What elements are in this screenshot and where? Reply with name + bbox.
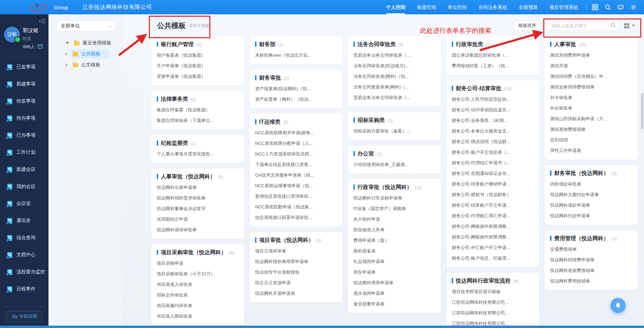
template-item[interactable]: 财务公司-各单位大额资金支... [452,126,534,136]
sidebar-item-new-item[interactable]: 新建事项 [0,76,48,93]
template-item[interactable]: 交通费报销单 [550,244,632,255]
apps-grid-icon[interactable] [592,4,598,10]
template-item[interactable]: 法务合同审批表(悦达南方)... [353,60,435,71]
template-item[interactable]: 供应商履约评价表 [157,300,239,311]
tree-caret-icon[interactable] [66,52,68,56]
template-item[interactable]: 财务公司-代理结汇申请书（... [452,158,534,168]
template-item[interactable]: 集团合同备案（悦达集团） [157,105,239,115]
tree-caret-icon[interactable] [66,42,69,44]
template-item[interactable]: 财务公司-账户开立信息表（... [452,147,534,158]
template-item[interactable]: 悦达网科招待费申请单 [550,255,632,265]
tree-item-official-doc-templates[interactable]: 公文模板 [48,59,122,70]
sidebar-item-done-items[interactable]: 已办事项 [0,127,48,144]
template-item[interactable]: 测试开票 [550,60,632,71]
template-item[interactable]: 江苏悦达网络科技有限公司... [452,297,534,308]
template-item[interactable]: 酒水领用申请单 [353,288,435,299]
template-item[interactable]: 悦达网科董事会决议签字 [157,203,239,214]
template-item[interactable]: 开户申请单（悦达集团） [157,60,239,71]
template-item[interactable]: NCC系统权限分配申请（人... [255,138,337,149]
template-item[interactable]: 测试业务招待费报销单 [550,82,632,92]
template-item[interactable]: 变更申请单（悦达集团） [157,71,239,82]
template-item[interactable]: 悦达网科开票申请表 [255,288,337,299]
tree-item-body[interactable]: 最近使用模板 [72,38,121,48]
sidebar-collapse-icon[interactable] [39,19,45,25]
vertical-scrollbar-thumb[interactable] [641,93,643,129]
template-item[interactable]: 悦达网科请假审批单 [157,224,239,235]
template-item[interactable]: 供应商入围审批表 [157,311,239,322]
template-item[interactable]: 用车申请单 [353,267,435,277]
template-search-input[interactable] [551,23,611,29]
nav-unit-space[interactable]: 单位空间 [448,0,467,14]
template-item[interactable]: 外出审批单 [550,103,632,113]
template-item[interactable]: 贸易业务法务合同审批表（... [353,92,435,103]
template-item[interactable]: 下属单位信息系统接口变更... [255,159,337,170]
template-item[interactable]: 财务公司-授权书（悦达财务） [452,189,534,200]
template-item[interactable]: 财务公司-业务系统、UK用... [452,115,534,126]
nav-group-space[interactable]: 集团空间 [417,0,436,14]
template-item[interactable]: 悦达网科付款申请单 [550,210,632,221]
template-item[interactable]: 补卡审批单 [550,92,632,103]
template-item[interactable]: 招标采购方案审批（备案）... [353,126,435,136]
template-item[interactable]: 项目技术部项目请示模板 [452,286,534,297]
sidebar-item-to-send-items[interactable]: 待发事项 [0,93,48,110]
template-item[interactable]: 悦达网科费用报销单 [550,276,632,286]
template-item[interactable]: 悦达网科用章申请单 [353,277,435,288]
template-item[interactable]: 项目立项评审表 [255,246,337,256]
template-item[interactable]: OA技术支持服务申请单（悦... [255,170,337,180]
message-icon[interactable] [617,4,624,10]
template-item[interactable]: 防疫物资入库单 [353,224,435,235]
template-item[interactable]: 江苏悦达网络科技有限公司... [452,308,534,318]
template-item[interactable]: 招标文件审批表 [157,290,239,300]
envelope-icon[interactable] [38,44,43,50]
settings-gear-icon[interactable] [630,4,636,10]
notification-bell-button[interactable] [611,298,626,313]
template-item[interactable]: 资产报废单(悦达网科)（悦... [255,83,337,94]
template-item[interactable]: 项目采购审批表（小于10万） [157,269,239,279]
template-item[interactable]: 悦达网科大额付款申请单 [550,189,632,200]
template-item[interactable]: 财务公司-结算账户撤销申请... [452,179,534,189]
sidebar-item-comprehensive-search[interactable]: 综合查询 [0,229,48,246]
template-item[interactable]: 个人重大事项月度变化报告... [157,149,239,159]
template-item[interactable]: 销户备案表（悦达集团） [157,50,239,60]
sidebar-item-sent-items[interactable]: 已发事项 [0,58,48,76]
all-apps-button[interactable]: 全部应用 [6,311,42,322]
template-item[interactable]: 财务公司-外汇账户开立申请... [452,242,534,253]
template-item[interactable]: 悦达网科招聘需求审批单 [157,193,239,203]
nav-personal-space[interactable]: 个人空间 [386,0,405,14]
template-item[interactable]: 木材到单new（悦达北方实... [255,50,337,60]
template-item[interactable]: 悦达网科借款申请单 [550,200,632,210]
template-item[interactable]: 财务公司-代理购汇用汇申请... [452,210,534,221]
template-item[interactable]: 礼品领用申请单 [353,256,435,267]
sidebar-item-process-supervision[interactable]: 流程督办监控 [0,263,48,281]
sidebar-item-new-meeting[interactable]: 新建会议 [0,161,48,178]
sidebar-item-schedule-events[interactable]: 日程事件 [0,281,48,298]
template-item[interactable]: 财务公司-旧印章销毁或遗失... [452,105,534,115]
template-item[interactable]: 迟到说明 [550,135,632,145]
tree-caret-icon[interactable] [66,63,68,67]
template-item[interactable]: 信息系统接口部署申请审批... [255,212,337,223]
template-item[interactable]: 资产处置单（网科）（悦达... [255,94,337,105]
nav-budget-system[interactable]: 全面预算 [519,0,538,14]
template-item[interactable]: 测试山西招标采购申请（方... [550,113,632,124]
nav-project-management-system[interactable]: 项目管理系统 [549,0,578,14]
template-item[interactable]: 介绍信使用审批单_王威测... [353,159,435,170]
template-item[interactable]: NCC系统运维事项申请（悦... [255,180,337,191]
template-item[interactable]: 财务公司-账户信息、印鉴变... [452,253,534,263]
template-item[interactable]: 商机报备表 [353,246,435,256]
template-item[interactable]: 财务公司-网银操作权限调整... [452,221,534,232]
template-item[interactable]: 弹性工作申请表 [550,145,632,156]
template-item[interactable]: IT设备（固定资产）请购单 [353,203,435,214]
template-item[interactable]: 费用申请单（新） [353,235,435,246]
template-item[interactable]: 悦达网科报价单用章申请单 [255,256,337,267]
view-mode-toggle[interactable] [624,23,635,28]
template-item[interactable]: 悦达网科日常采购申请单 [353,193,435,203]
template-item[interactable]: 测试营销费用申请单 [550,50,632,60]
template-item[interactable]: 名片制作申请 [353,214,435,224]
unit-select[interactable]: 全部单位 [56,20,116,31]
tree-item-body[interactable]: 公共模板 [70,49,110,59]
sidebar-item-todo-items[interactable]: 待办事项 [0,110,48,127]
template-sort-button[interactable]: 模板排序 [514,20,541,31]
sidebar-item-contacts[interactable]: 通讯录 [0,212,48,229]
template-item[interactable]: 悦达网科差旅费报销单 [550,265,632,276]
template-item[interactable]: NCC系统取数申请（悦达集... [255,202,337,212]
